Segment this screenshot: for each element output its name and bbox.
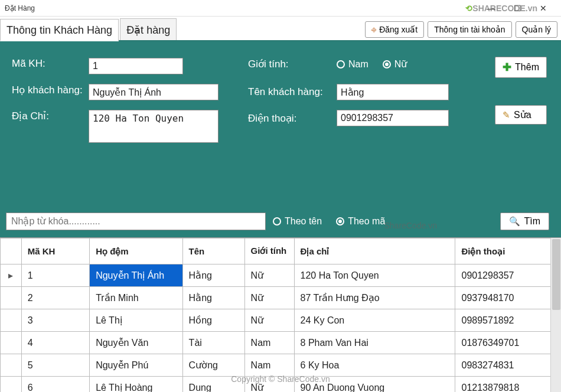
table-row[interactable]: 5Nguyễn PhúCườngNam6 Ky Hoa0983274831 xyxy=(1,354,561,377)
gender-nam-label: Nam xyxy=(348,59,368,70)
tab-strip: Thông tin Khách Hàng Đặt hàng xyxy=(0,17,178,40)
col-gioi-tinh[interactable]: Giới tính xyxy=(244,239,294,264)
cell-ten[interactable]: Hằng xyxy=(182,287,244,309)
row-handle: ▸ xyxy=(1,264,22,287)
cell-ma-kh[interactable]: 2 xyxy=(21,287,89,309)
customer-table-wrap: Mã KH Họ đệm Tên Giới tính Địa chỉ Điện … xyxy=(0,237,561,392)
cell-dia-chi[interactable]: 24 Ky Con xyxy=(294,309,455,332)
table-row[interactable]: ▸1Nguyễn Thị ÁnhHằngNữ120 Ha Ton Quyen09… xyxy=(1,264,561,287)
search-mode-group: Theo tên Theo mã xyxy=(273,216,385,227)
search-by-id-option[interactable]: Theo mã xyxy=(336,216,385,227)
cell-gioi-tinh[interactable]: Nữ xyxy=(244,309,294,332)
search-bar: Theo tên Theo mã 🔍 Tìm xyxy=(0,207,561,237)
close-button[interactable]: ✕ xyxy=(530,1,556,16)
cell-ho-dem[interactable]: Trần Minh xyxy=(90,287,182,309)
cell-ho-dem[interactable]: Nguyễn Văn xyxy=(90,332,182,354)
radio-icon xyxy=(336,217,344,226)
tab-order[interactable]: Đặt hàng xyxy=(120,18,177,40)
cell-dia-chi[interactable]: 6 Ky Hoa xyxy=(294,354,455,377)
radio-icon xyxy=(383,60,391,68)
cell-ma-kh[interactable]: 1 xyxy=(21,264,89,287)
cell-ma-kh[interactable]: 4 xyxy=(21,332,89,354)
table-row[interactable]: 2Trần MinhHằngNữ87 Trần Hưng Đạo09379481… xyxy=(1,287,561,309)
col-ma-kh[interactable]: Mã KH xyxy=(21,239,89,264)
search-by-name-option[interactable]: Theo tên xyxy=(273,216,322,227)
search-input[interactable] xyxy=(6,213,266,230)
form-action-buttons: ✚ Thêm ✎ Sửa xyxy=(495,57,547,125)
row-handle xyxy=(1,377,22,393)
account-info-button[interactable]: Thông tin tài khoản xyxy=(428,21,511,38)
cell-ten[interactable]: Hồng xyxy=(182,309,244,332)
edit-icon: ✎ xyxy=(503,110,510,120)
ma-kh-input[interactable] xyxy=(89,58,183,74)
cell-dia-chi[interactable]: 120 Ha Ton Quyen xyxy=(294,264,455,287)
dienthoai-input[interactable] xyxy=(337,110,449,126)
tab-customer-info[interactable]: Thông tin Khách Hàng xyxy=(0,19,119,41)
customer-form-panel: Mã KH: Giới tính: Nam Nữ Họ khách hàng: xyxy=(0,41,561,207)
table-row[interactable]: 6Lê Thị HoàngDungNữ90 An Duong Vuong0121… xyxy=(1,377,561,393)
plus-icon: ✚ xyxy=(503,61,511,74)
cell-dien-thoai[interactable]: 01213879818 xyxy=(455,377,561,393)
window-title: Đặt Hàng xyxy=(5,4,478,12)
cell-dia-chi[interactable]: 87 Trần Hưng Đạo xyxy=(294,287,455,309)
cell-ten[interactable]: Tài xyxy=(182,332,244,354)
top-toolbar: Thông tin Khách Hàng Đặt hàng ⎆ Đăng xuấ… xyxy=(0,17,561,41)
cell-ho-dem[interactable]: Nguyễn Thị Ánh xyxy=(90,264,182,287)
cell-dia-chi[interactable]: 8 Pham Van Hai xyxy=(294,332,455,354)
search-icon: 🔍 xyxy=(509,216,520,227)
ten-input[interactable] xyxy=(337,84,449,100)
logout-button[interactable]: ⎆ Đăng xuất xyxy=(365,21,424,38)
ten-label: Tên khách hàng: xyxy=(248,86,337,98)
edit-button[interactable]: ✎ Sửa xyxy=(495,105,547,125)
row-handle xyxy=(1,309,22,332)
row-handle xyxy=(1,332,22,354)
cell-gioi-tinh[interactable]: Nữ xyxy=(244,377,294,393)
cell-gioi-tinh[interactable]: Nam xyxy=(244,354,294,377)
cell-ten[interactable]: Cường xyxy=(182,354,244,377)
add-button[interactable]: ✚ Thêm xyxy=(495,57,547,78)
maximize-button[interactable]: ☐ xyxy=(504,1,530,16)
dienthoai-label: Điện thoại: xyxy=(248,112,337,125)
cell-ho-dem[interactable]: Lê Thị Hoàng xyxy=(90,377,182,393)
customer-table[interactable]: Mã KH Họ đệm Tên Giới tính Địa chỉ Điện … xyxy=(0,238,561,392)
manage-label: Quản lý xyxy=(522,25,551,34)
radio-icon xyxy=(273,217,281,226)
add-label: Thêm xyxy=(515,62,539,73)
search-button[interactable]: 🔍 Tìm xyxy=(500,213,549,230)
cell-ho-dem[interactable]: Nguyễn Phú xyxy=(90,354,182,377)
cell-dia-chi[interactable]: 90 An Duong Vuong xyxy=(294,377,455,393)
cell-gioi-tinh[interactable]: Nữ xyxy=(244,287,294,309)
cell-dien-thoai[interactable]: 01876349701 xyxy=(455,332,561,354)
cell-ma-kh[interactable]: 3 xyxy=(21,309,89,332)
ho-input[interactable] xyxy=(89,84,218,100)
table-scrollbar[interactable] xyxy=(550,238,561,392)
cell-gioi-tinh[interactable]: Nam xyxy=(244,332,294,354)
cell-ma-kh[interactable]: 6 xyxy=(21,377,89,393)
table-row[interactable]: 4Nguyễn Văn TàiNam8 Pham Van Hai01876349… xyxy=(1,332,561,354)
cell-dien-thoai[interactable]: 0989571892 xyxy=(455,309,561,332)
gender-nam-option[interactable]: Nam xyxy=(337,59,368,70)
cell-gioi-tinh[interactable]: Nữ xyxy=(244,264,294,287)
diachi-input[interactable]: 120 Ha Ton Quyen xyxy=(89,110,218,143)
col-dien-thoai[interactable]: Điện thoại xyxy=(455,239,561,264)
col-ten[interactable]: Tên xyxy=(182,239,244,264)
ma-kh-label: Mã KH: xyxy=(12,58,89,70)
minimize-button[interactable]: — xyxy=(478,1,504,16)
gender-radio-group: Nam Nữ xyxy=(337,58,407,70)
cell-ten[interactable]: Hằng xyxy=(182,264,244,287)
gender-nu-option[interactable]: Nữ xyxy=(383,58,407,70)
table-row[interactable]: 3Lê ThịHồngNữ24 Ky Con0989571892 xyxy=(1,309,561,332)
scrollbar-thumb[interactable] xyxy=(552,239,560,310)
gioitinh-label: Giới tính: xyxy=(248,58,337,70)
col-dia-chi[interactable]: Địa chỉ xyxy=(294,239,455,264)
manage-button[interactable]: Quản lý xyxy=(516,21,557,38)
cell-ten[interactable]: Dung xyxy=(182,377,244,393)
cell-ma-kh[interactable]: 5 xyxy=(21,354,89,377)
search-by-id-label: Theo mã xyxy=(348,216,385,227)
cell-dien-thoai[interactable]: 0901298357 xyxy=(455,264,561,287)
cell-dien-thoai[interactable]: 0937948170 xyxy=(455,287,561,309)
col-ho-dem[interactable]: Họ đệm xyxy=(90,239,182,264)
cell-ho-dem[interactable]: Lê Thị xyxy=(90,309,182,332)
cell-dien-thoai[interactable]: 0983274831 xyxy=(455,354,561,377)
row-handle xyxy=(1,287,22,309)
